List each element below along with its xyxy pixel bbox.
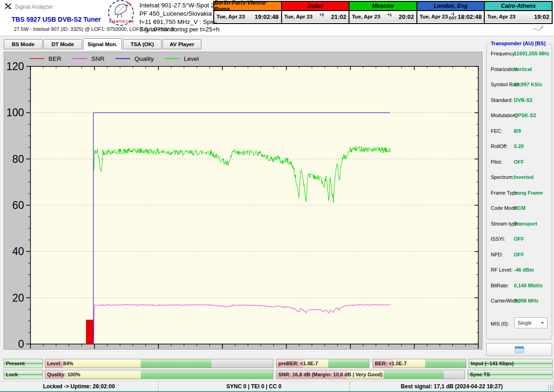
tp-value-0: 11691,555 MHz: [514, 51, 549, 56]
tab-av-player[interactable]: AV Player: [163, 39, 201, 49]
tp-value-2: 82,997 KS/s: [514, 82, 542, 87]
ytick-label-0: 0: [18, 338, 24, 349]
clock-cairo-athens: Cairo-AthensTue, Apr 2319:02: [484, 1, 553, 24]
clock-body: Tue, Apr 23+120:02: [349, 11, 416, 22]
app-icon: [4, 3, 12, 11]
clock-date: Tue, Apr 23: [352, 14, 380, 19]
ts-list-icon: [515, 346, 524, 353]
clock-utc-offset: +1: [387, 13, 392, 17]
tuner-name: TBS 5927 USB DVB-S2 Tuner: [12, 16, 101, 23]
clock-city-label: Berlin-Paris-Vienna-Roma: [214, 2, 281, 11]
header: Signal Analyzer TBS 5927 USB DVB-S2 Tune…: [0, 0, 554, 36]
clock-body: Tue, Apr 23-1DST18:02:48: [417, 11, 484, 22]
clock-time: 19:02: [534, 13, 549, 20]
tp-value-12: OFF: [514, 236, 524, 242]
meter-input: Input (~141 Kbps): [469, 359, 553, 368]
tp-value-1: Vertical: [514, 66, 532, 72]
tab-dt-mode[interactable]: DT Mode: [43, 39, 82, 49]
meter-label: BER: <1.0E-7: [375, 361, 407, 366]
signal-chart: 020406080100120: [4, 52, 482, 349]
tp-value-6: 0.20: [514, 143, 524, 149]
clock-date: Tue, Apr 23: [217, 14, 245, 19]
ytick-label-100: 100: [6, 107, 24, 119]
legend-label-ber: BER: [48, 55, 61, 62]
tp-label-4: Modulation:: [491, 113, 517, 118]
clock-city-label: Cairo-Athens: [485, 2, 552, 11]
feed-line-1: Intelsat 901-27.5°W-Spot 2: [139, 1, 217, 10]
tp-value-14: -46 dBm: [514, 267, 534, 273]
clock-moscow: MoscowTue, Apr 23+120:02: [349, 1, 417, 24]
satellite-dish-icon: [109, 1, 133, 19]
feed-info: Intelsat 901-27.5°W-Spot 2 PF 450_Lučene…: [139, 1, 217, 26]
meter-label: SNR: 16,8 dB (Margin: 10,6 dB | Very Goo…: [278, 372, 383, 377]
monitoring-caption: Signal monitoring per t=25+h: [139, 26, 219, 33]
meter-preber: preBER: <1.0E-7: [276, 359, 369, 368]
meter-gloss: [45, 359, 273, 368]
tab-tsa-ok-[interactable]: TSA (OK): [123, 39, 162, 49]
tab-bs-mode[interactable]: BS Mode: [4, 39, 42, 49]
tab-signal-mon-[interactable]: Signal Mon.: [83, 38, 122, 50]
meter-label: Input (~141 Kbps): [471, 361, 514, 366]
transponder-panel: Transponder (AU) [BS] Frequency:11691,55…: [486, 44, 552, 339]
tp-value-10: CCM: [514, 205, 525, 211]
tp-label-8: Spectrum:: [491, 174, 514, 180]
status-uptime: Locked -> Uptime: 26:02:00: [0, 381, 158, 392]
tp-label-3: Standard:: [491, 97, 513, 103]
tp-label-12: ISSYI:: [491, 236, 505, 242]
meter-label: preBER: <1.0E-7: [278, 361, 318, 366]
clock-body: Tue, Apr 2319:02:48: [214, 11, 281, 22]
meter-snr: SNR: 16,8 dB (Margin: 10,6 dB | Very Goo…: [276, 370, 465, 379]
clock-time: 20:02: [399, 13, 414, 20]
legend-label-quality: Quality: [134, 55, 154, 62]
ts-list-button[interactable]: [486, 343, 552, 356]
ytick-label-60: 60: [12, 199, 24, 211]
mis-selected-value: Single: [518, 320, 532, 326]
meter-ber: BER: <1.0E-7: [373, 359, 466, 368]
meter-lock: Lock: [4, 370, 43, 379]
ber-bar: [86, 320, 93, 344]
meter-label: Quality: 100%: [47, 372, 80, 377]
tp-value-7: OFF: [514, 159, 524, 165]
ytick-label-120: 120: [6, 60, 24, 72]
chart-legend: BERSNRQualityLevel: [30, 54, 210, 63]
ytick-label-40: 40: [12, 245, 24, 257]
pen-signature-icon: [532, 24, 544, 31]
legend-label-level: Level: [184, 55, 199, 62]
meter-label: Sync TS: [470, 372, 490, 377]
clock-dubai: DubaiTue, Apr 23+221:02: [281, 1, 350, 24]
chevron-down-icon: [541, 322, 544, 324]
resize-grip[interactable]: [548, 385, 553, 390]
clock-date: Tue, Apr 23: [284, 14, 313, 19]
clock-date: Tue, Apr 23: [487, 14, 515, 19]
legend-line-snr: [72, 58, 87, 59]
tp-value-9: Long Frame: [514, 190, 543, 196]
meter-quality: Quality: 100%: [45, 370, 273, 379]
mis-select[interactable]: Single: [514, 317, 548, 328]
statusbar: Locked -> Uptime: 26:02:00 SYNC 0 | TEI …: [0, 381, 554, 391]
meter-label: Lock: [6, 372, 18, 377]
world-clocks: Berlin-Paris-Vienna-RomaTue, Apr 2319:02…: [213, 1, 553, 24]
clock-city-label: Dubai: [282, 2, 349, 11]
signal-analyzer-window: Signal Analyzer TBS 5927 USB DVB-S2 Tune…: [0, 0, 554, 392]
mis-label: MIS (0):: [491, 321, 509, 327]
dxsatcs-logo: DXSATCS.COM: [108, 0, 134, 26]
legend-line-ber: [30, 58, 44, 59]
clock-time: 19:02:48: [255, 13, 279, 20]
tp-value-3: DVB-S2: [514, 97, 532, 103]
tp-value-5: 8/9: [514, 128, 521, 134]
status-sync: SYNC 0 | TEI 0 | CC 0: [158, 381, 350, 392]
meter-level: Level: 84%: [45, 359, 273, 368]
tp-label-6: RollOff:: [491, 143, 507, 149]
meter-label: Level: 84%: [47, 361, 73, 366]
feed-line-3: f=11 691,750 MHz_V : Spirit: [139, 18, 217, 26]
logo-text: DXSATCS.COM: [109, 20, 133, 23]
meter-label: Present: [6, 361, 24, 366]
tp-value-13: OFF: [514, 252, 524, 257]
ytick-label-20: 20: [12, 292, 24, 304]
tp-value-11: Transport: [514, 221, 537, 226]
clock-time: 18:02:48: [458, 13, 482, 20]
tp-label-7: Pilot:: [491, 159, 502, 165]
clock-utc-offset: +2: [319, 13, 324, 17]
ytick-label-80: 80: [12, 153, 24, 165]
clock-city-label: Moscow: [349, 2, 416, 11]
